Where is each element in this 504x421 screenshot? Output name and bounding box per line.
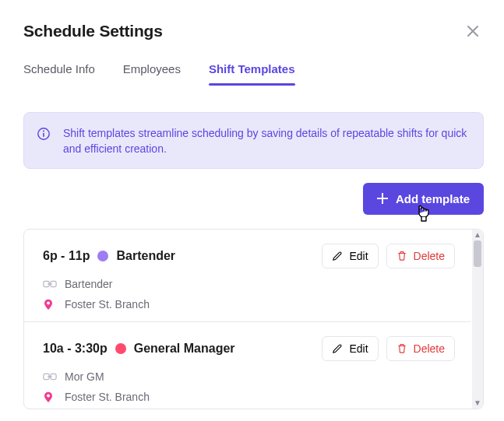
svg-point-1 [43,131,44,132]
template-location: Foster St. Branch [65,391,150,403]
template-list: 6p - 11p Bartender Edit [23,229,484,409]
scroll-track[interactable] [472,240,483,398]
svg-point-5 [47,301,50,304]
chain-icon [43,371,57,382]
svg-rect-2 [43,133,44,137]
template-chain-label: Bartender [65,278,112,290]
tabs: Schedule Info Employees Shift Templates [23,62,484,86]
tab-shift-templates[interactable]: Shift Templates [209,62,295,85]
template-row: 6p - 11p Bartender Edit [24,230,471,322]
info-banner: Shift templates streamline scheduling by… [23,112,484,169]
template-row: 10a - 3:30p General Manager Edit [24,322,471,409]
trash-icon [397,251,407,261]
edit-button[interactable]: Edit [322,336,378,361]
add-template-label: Add template [396,192,470,205]
scrollbar[interactable]: ▲ ▼ [472,230,483,409]
template-role: General Manager [134,342,235,356]
info-banner-text: Shift templates streamline scheduling by… [63,125,469,157]
template-title: 10a - 3:30p General Manager [43,342,235,356]
info-icon [37,127,52,157]
scroll-up-arrow-icon[interactable]: ▲ [474,230,481,240]
delete-label: Delete [414,250,445,262]
add-template-button[interactable]: Add template [363,183,484,215]
close-button[interactable] [462,20,484,42]
template-title: 6p - 11p Bartender [43,249,175,263]
role-color-dot [97,251,108,261]
pencil-icon [332,343,343,354]
delete-button[interactable]: Delete [386,336,455,361]
template-chain-label: Mor GM [65,370,104,383]
role-color-dot [115,343,126,354]
svg-point-8 [47,394,50,397]
edit-button[interactable]: Edit [322,244,378,268]
pin-icon [43,391,57,403]
template-location: Foster St. Branch [65,298,150,310]
delete-button[interactable]: Delete [386,244,455,268]
template-time: 6p - 11p [43,249,90,263]
delete-label: Delete [414,342,445,355]
tab-schedule-info[interactable]: Schedule Info [23,62,95,85]
scroll-thumb[interactable] [474,240,481,267]
template-role: Bartender [116,249,175,263]
tab-employees[interactable]: Employees [123,62,181,85]
chain-icon [43,279,57,289]
close-icon [467,25,479,37]
edit-label: Edit [349,250,368,262]
trash-icon [397,343,407,354]
page-title: Schedule Settings [23,22,163,40]
pencil-icon [332,251,343,261]
scroll-down-arrow-icon[interactable]: ▼ [474,398,481,409]
pin-icon [43,298,57,310]
template-time: 10a - 3:30p [43,342,107,356]
plus-icon [377,193,388,204]
edit-label: Edit [349,342,368,355]
